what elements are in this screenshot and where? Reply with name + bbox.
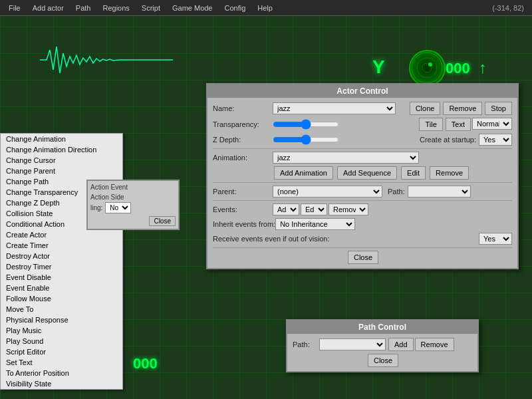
ctx-destroy-actor[interactable]: Destroy Actor: [1, 251, 122, 261]
zdepth-label: Z Depth:: [213, 136, 273, 144]
events-edit-select[interactable]: Edit: [301, 203, 327, 215]
menu-script[interactable]: Script: [136, 2, 166, 14]
event-sub-dialog: Action Event Action Side ling: No Close: [86, 180, 180, 230]
hud-bottom-counter: 000: [133, 355, 158, 372]
actor-control-dialog: Actor Control Name: jazz Clone Remove St…: [206, 83, 519, 269]
events-add-select[interactable]: Add: [273, 203, 299, 215]
ctx-play-sound[interactable]: Play Sound: [1, 336, 122, 346]
menu-game-mode[interactable]: Game Mode: [166, 2, 219, 14]
ctx-physical-response[interactable]: Physical Response: [1, 315, 122, 325]
ctx-follow-mouse[interactable]: Follow Mouse: [1, 293, 122, 304]
name-label: Name:: [213, 104, 273, 112]
stop-button[interactable]: Stop: [485, 102, 512, 115]
ling-select[interactable]: No: [105, 202, 131, 213]
ctx-to-anterior[interactable]: To Anterior Position: [1, 368, 122, 378]
inherit-select[interactable]: No Inheritance: [275, 218, 355, 230]
ctx-visibility-state[interactable]: Visibility State: [1, 378, 122, 389]
path-select[interactable]: [408, 186, 471, 198]
sep3: [213, 200, 512, 201]
ling-label: ling:: [90, 204, 102, 211]
create-startup-select[interactable]: Yes No: [479, 134, 512, 146]
svg-point-0: [412, 53, 442, 83]
transparency-slider[interactable]: [273, 120, 339, 129]
actor-control-title: Actor Control: [207, 84, 517, 98]
svg-point-1: [417, 58, 437, 78]
text-button[interactable]: Text: [446, 118, 471, 131]
ctx-change-animation[interactable]: Change Animation: [1, 134, 122, 144]
path-control-select[interactable]: [319, 338, 386, 350]
sep4: [213, 247, 512, 248]
remove-animation-button[interactable]: Remove: [430, 166, 469, 180]
remove-button[interactable]: Remove: [443, 102, 482, 115]
path-add-button[interactable]: Add: [388, 338, 414, 351]
receive-label: Receive events even if out of vision:: [213, 235, 479, 243]
menu-help[interactable]: Help: [251, 2, 279, 14]
name-select[interactable]: jazz: [273, 102, 396, 114]
ctx-create-actor[interactable]: Create Actor: [1, 229, 122, 240]
path-control-title: Path Control: [287, 321, 477, 334]
events-remove-select[interactable]: Remove: [329, 203, 368, 215]
event-dialog-title: Action Event: [90, 184, 176, 191]
ctx-change-cursor[interactable]: Change Cursor: [1, 155, 122, 166]
path-remove-button[interactable]: Remove: [415, 338, 454, 351]
receive-select[interactable]: Yes No: [479, 233, 512, 245]
edit-animation-button[interactable]: Edit: [401, 166, 426, 180]
normal-select[interactable]: Normal: [472, 118, 512, 130]
ctx-event-disable[interactable]: Event Disable: [1, 272, 122, 283]
hud-radar: [409, 50, 446, 86]
ctx-change-parent[interactable]: Change Parent: [1, 166, 122, 176]
hud-y-label: Y: [372, 57, 385, 78]
svg-point-3: [428, 63, 432, 66]
animation-select[interactable]: jazz: [273, 152, 419, 164]
animation-label: Animation:: [213, 154, 273, 162]
hud-counter: 000: [446, 60, 470, 77]
ctx-destroy-timer[interactable]: Destroy Timer: [1, 261, 122, 272]
menu-config[interactable]: Config: [218, 2, 251, 14]
coordinates-display: (-314, 82): [492, 4, 529, 12]
menu-file[interactable]: File: [3, 2, 27, 14]
events-label: Events:: [213, 205, 273, 213]
waveform-display: [40, 43, 173, 76]
hud-arrow-up: ↑: [479, 59, 487, 77]
add-animation-button[interactable]: Add Animation: [274, 166, 333, 180]
parent-select[interactable]: (none): [273, 186, 382, 198]
context-menu: Change Animation Change Animation Direct…: [0, 133, 123, 390]
menu-bar: File Add actor Path Regions Script Game …: [0, 0, 532, 16]
path-label: Path:: [388, 188, 405, 196]
clone-button[interactable]: Clone: [410, 102, 441, 115]
sep2: [213, 182, 512, 183]
zdepth-slider[interactable]: [273, 135, 339, 144]
inherit-label: Inherit events from:: [213, 220, 275, 228]
event-dialog-close[interactable]: Close: [149, 216, 176, 226]
transparency-label: Transparency:: [213, 120, 273, 128]
event-action-side: Action Side: [90, 194, 176, 201]
ctx-move-to[interactable]: Move To: [1, 304, 122, 315]
ctx-play-music[interactable]: Play Music: [1, 325, 122, 336]
tile-button[interactable]: Tile: [419, 118, 442, 131]
actor-control-close[interactable]: Close: [348, 251, 378, 264]
add-sequence-button[interactable]: Add Sequence: [337, 166, 397, 180]
sep1: [213, 148, 512, 149]
menu-add-actor[interactable]: Add actor: [27, 2, 70, 14]
path-control-label: Path:: [293, 340, 319, 348]
ctx-script-editor[interactable]: Script Editor: [1, 346, 122, 357]
path-control-close[interactable]: Close: [368, 354, 398, 367]
create-startup-label: Create at startup:: [420, 136, 476, 144]
menu-regions[interactable]: Regions: [96, 2, 135, 14]
menu-path[interactable]: Path: [70, 2, 97, 14]
parent-label: Parent:: [213, 188, 273, 196]
ctx-event-enable[interactable]: Event Enable: [1, 283, 122, 293]
ctx-change-animation-dir[interactable]: Change Animation Direction: [1, 144, 122, 155]
ctx-set-text[interactable]: Set Text: [1, 357, 122, 368]
ctx-create-timer[interactable]: Create Timer: [1, 240, 122, 251]
path-control-dialog: Path Control Path: Add Remove Close: [286, 319, 479, 372]
